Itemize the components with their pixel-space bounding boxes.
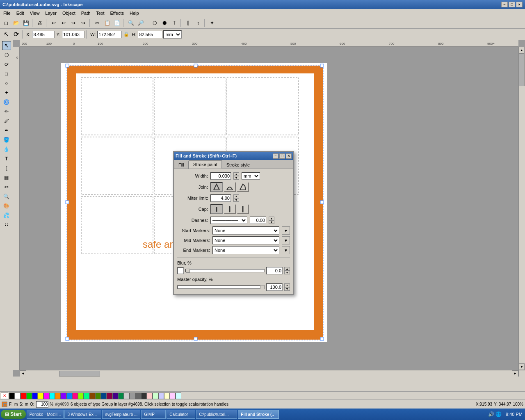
cut-button[interactable]: ✂	[93, 18, 102, 27]
join-bevel-btn[interactable]	[237, 182, 249, 192]
miter-spin-down[interactable]: ▼	[233, 198, 239, 202]
blur-value-input[interactable]	[266, 267, 283, 274]
palette-swatch[interactable]	[101, 393, 107, 399]
transform-mode-btn[interactable]: ⟳	[11, 30, 21, 39]
opacity-slider-thumb[interactable]	[260, 285, 264, 289]
undo2-button[interactable]: ↩	[59, 18, 68, 27]
palette-swatch[interactable]	[84, 393, 89, 399]
undo-button[interactable]: ↩	[49, 18, 58, 27]
unit-select[interactable]: mm px in	[163, 30, 182, 39]
palette-swatch[interactable]	[95, 393, 101, 399]
stroke-swatch-overlay[interactable]	[3, 403, 7, 407]
palette-swatch[interactable]	[141, 393, 147, 399]
minimize-button[interactable]: −	[501, 2, 508, 7]
paint-bucket[interactable]: 💦	[2, 211, 11, 220]
scroll-down-btn[interactable]: ▼	[519, 363, 525, 370]
dashes-spin-up[interactable]: ▲	[269, 217, 274, 220]
tab-stroke-paint[interactable]: Stroke paint	[189, 160, 222, 169]
scroll-thumb-v[interactable]	[519, 53, 525, 86]
menu-path[interactable]: Path	[79, 10, 93, 16]
scroll-left-btn[interactable]: ◄	[20, 370, 26, 377]
blur-spin-down[interactable]: ▼	[284, 271, 290, 274]
palette-swatch[interactable]	[21, 393, 26, 399]
redo2-button[interactable]: ↪	[79, 18, 88, 27]
mesh-tool[interactable]: ∷	[2, 220, 11, 229]
color-picker[interactable]: 🎨	[2, 201, 11, 210]
miter-spin-up[interactable]: ▲	[233, 194, 239, 198]
palette-swatch[interactable]	[89, 393, 95, 399]
palette-swatch[interactable]	[49, 393, 55, 399]
miter-input[interactable]	[210, 194, 231, 202]
palette-swatch[interactable]	[158, 393, 164, 399]
blur-checkbox[interactable]	[177, 267, 184, 274]
taskbar-item-fillstroke[interactable]: Fill and Stroke (..	[238, 410, 279, 419]
menu-text[interactable]: Text	[94, 10, 107, 16]
horizontal-scrollbar[interactable]: ◄ ►	[20, 370, 518, 377]
node-edit-tool[interactable]: ⬡	[2, 50, 11, 59]
palette-swatch[interactable]	[38, 393, 43, 399]
blur-spin-up[interactable]: ▲	[284, 267, 290, 271]
y-input[interactable]	[62, 31, 84, 38]
dashes-pattern-select[interactable]: ──────── - - - - - · · · · ·	[210, 217, 247, 224]
palette-swatch[interactable]	[107, 393, 112, 399]
select-mode-btn[interactable]: ↖	[2, 30, 11, 39]
tray-icon-2[interactable]: 🌐	[495, 411, 502, 417]
taskbar-item-windows[interactable]: 3 Windows Ex...	[64, 410, 101, 419]
text-tool-side[interactable]: T	[2, 154, 11, 163]
bucket-tool[interactable]: 🪣	[2, 135, 11, 144]
menu-help[interactable]: Help	[127, 10, 142, 16]
join-round-btn[interactable]	[224, 182, 236, 192]
paste-button[interactable]: 📄	[112, 18, 121, 27]
mid-markers-select[interactable]: None	[212, 236, 279, 244]
dashes-offset-input[interactable]	[250, 217, 266, 224]
palette-swatch[interactable]	[118, 393, 124, 399]
end-markers-select[interactable]: None	[212, 246, 279, 254]
palette-swatch[interactable]	[176, 393, 181, 399]
scroll-right-btn[interactable]: ►	[512, 370, 518, 377]
zoom-tool[interactable]: ⟳	[2, 60, 11, 69]
cap-round-btn[interactable]	[224, 204, 236, 214]
gradient-tool[interactable]: ▦	[2, 173, 11, 182]
rect-tool[interactable]: □	[2, 69, 11, 78]
connector-tool[interactable]: ⟦	[2, 164, 11, 173]
palette-swatch[interactable]	[66, 393, 72, 399]
lock-icon[interactable]: 🔒	[123, 32, 129, 37]
scroll-thumb-h[interactable]	[59, 371, 100, 377]
taskbar-item-inkscape[interactable]: C:\public\tutori...	[196, 410, 237, 419]
opacity-value-input[interactable]	[266, 283, 283, 291]
h-input[interactable]	[138, 31, 162, 38]
palette-swatch[interactable]	[153, 393, 158, 399]
palette-swatch[interactable]	[124, 393, 130, 399]
menu-object[interactable]: Object	[60, 10, 78, 16]
menu-effects[interactable]: Effects	[108, 10, 126, 16]
taskbar-item-ponoko[interactable]: Ponoko - Mozill...	[27, 410, 64, 419]
taskbar-item-calc[interactable]: Calculator	[167, 410, 195, 419]
palette-swatch[interactable]	[164, 393, 170, 399]
palette-swatch[interactable]	[112, 393, 118, 399]
xml-editor-button[interactable]: ✦	[208, 18, 217, 27]
width-spin-down[interactable]: ▼	[233, 176, 239, 180]
taskbar-item-gimp[interactable]: GIMP	[141, 410, 166, 419]
tab-stroke-style[interactable]: Stroke style	[222, 161, 254, 169]
start-markers-arrow[interactable]: ▼	[282, 226, 290, 235]
palette-swatch[interactable]	[55, 393, 61, 399]
new-button[interactable]: ◻	[2, 18, 11, 27]
x-input[interactable]	[32, 31, 55, 38]
taskbar-item-svg[interactable]: svgTemplate.rb ...	[102, 410, 140, 419]
redo-button[interactable]: ↪	[69, 18, 78, 27]
scroll-track-h[interactable]	[26, 371, 512, 377]
open-button[interactable]: 📂	[11, 18, 21, 27]
blur-slider-thumb[interactable]	[186, 269, 190, 273]
zoom-canvas-tool[interactable]: 🔍	[2, 192, 11, 201]
vertical-scrollbar[interactable]: ▲ ▼	[518, 47, 525, 370]
text-tool[interactable]: T	[170, 18, 179, 27]
palette-swatch[interactable]	[61, 393, 66, 399]
ellipse-tool[interactable]: ○	[2, 79, 11, 88]
end-markers-arrow[interactable]: ▼	[282, 246, 290, 254]
selector-tool[interactable]: ↖	[2, 41, 11, 50]
calligraphy-tool[interactable]: ✒	[2, 126, 11, 135]
palette-swatch[interactable]	[135, 393, 141, 399]
dialog-min-btn[interactable]: −	[273, 153, 278, 159]
print-button[interactable]: 🖨	[35, 18, 44, 27]
width-spin-up[interactable]: ▲	[233, 172, 239, 176]
